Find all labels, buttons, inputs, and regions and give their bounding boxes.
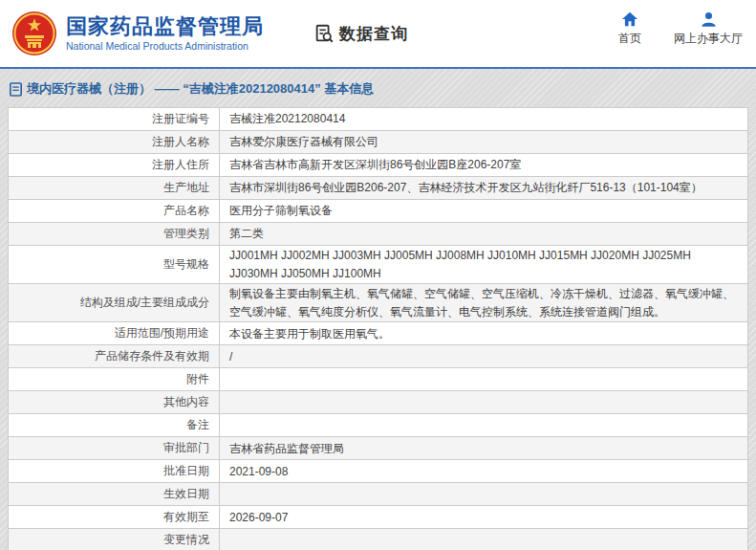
content-area: 境内医疗器械（注册） —— “吉械注准20212080414” 基本信息 注册证…: [0, 69, 756, 550]
table-row: 注册人名称吉林爱尔康医疗器械有限公司: [9, 131, 748, 154]
row-value: 医用分子筛制氧设备: [220, 200, 748, 223]
data-query-nav[interactable]: 数据查询: [313, 23, 408, 45]
row-label: 变更情况: [9, 529, 220, 550]
table-row: 附件: [9, 368, 748, 391]
table-row: 产品名称医用分子筛制氧设备: [9, 200, 748, 223]
row-value: [220, 483, 748, 506]
national-emblem-logo: [11, 11, 57, 56]
row-value: 制氧设备主要由制氧主机、氧气储罐、空气储罐、空气压缩机、冷冻干燥机、过滤器、氧气…: [220, 284, 748, 322]
row-label: 管理类别: [9, 223, 220, 246]
registration-info-table: 注册证编号吉械注准20212080414注册人名称吉林爱尔康医疗器械有限公司注册…: [8, 107, 748, 550]
table-row: 审批部门吉林省药品监督管理局: [9, 437, 748, 460]
document-search-icon: [313, 23, 335, 44]
row-label: 审批部门: [9, 437, 220, 460]
row-label: 有效期至: [9, 506, 220, 529]
row-value: [220, 391, 748, 414]
person-icon: [701, 11, 717, 27]
row-label: 批准日期: [9, 460, 220, 483]
home-icon: [621, 11, 638, 27]
row-value: 吉林市深圳街86号创业园B206-207、吉林经济技术开发区九站街化纤厂516-…: [220, 177, 748, 200]
row-label: 适用范围/预期用途: [9, 322, 220, 345]
row-value: 2021-09-08: [220, 460, 748, 483]
row-label: 产品名称: [9, 200, 220, 223]
row-label: 注册人住所: [9, 154, 220, 177]
row-value: 吉林爱尔康医疗器械有限公司: [220, 131, 748, 154]
row-label: 型号规格: [9, 246, 220, 284]
row-value: 吉林省药品监督管理局: [220, 437, 748, 460]
row-value: 2026-09-07: [220, 506, 748, 529]
brand-text: 国家药品监督管理局 National Medical Products Admi…: [66, 14, 264, 53]
row-value: [220, 368, 748, 391]
data-query-label: 数据查询: [339, 23, 408, 45]
row-value: [220, 414, 748, 437]
row-label: 其他内容: [9, 391, 220, 414]
nav-home[interactable]: 首页: [618, 11, 641, 47]
row-value: 吉械注准20212080414: [220, 108, 748, 131]
nav-service-hall[interactable]: 网上办事大厅: [674, 11, 743, 47]
row-label: 产品储存条件及有效期: [9, 345, 220, 368]
site-header: 国家药品监督管理局 National Medical Products Admi…: [0, 0, 756, 69]
table-row: 管理类别第二类: [9, 223, 748, 246]
row-value: JJ001MH JJ002MH JJ003MH JJ005MH JJ008MH …: [220, 246, 748, 284]
org-name-zh: 国家药品监督管理局: [66, 14, 264, 39]
nav-service-hall-label: 网上办事大厅: [674, 31, 743, 47]
row-label: 注册人名称: [9, 131, 220, 154]
row-value: 本设备主要用于制取医用氧气。: [220, 322, 748, 345]
row-label: 结构及组成/主要组成成分: [9, 284, 220, 322]
row-label: 生效日期: [9, 483, 220, 506]
document-icon: [10, 82, 22, 97]
table-row: 注册证编号吉械注准20212080414: [9, 108, 748, 131]
info-table-body: 注册证编号吉械注准20212080414注册人名称吉林爱尔康医疗器械有限公司注册…: [9, 108, 748, 550]
table-row: 适用范围/预期用途本设备主要用于制取医用氧气。: [9, 322, 748, 345]
breadcrumb-text: 境内医疗器械（注册） —— “吉械注准20212080414” 基本信息: [27, 80, 374, 98]
row-label: 附件: [9, 368, 220, 391]
table-row: 型号规格JJ001MH JJ002MH JJ003MH JJ005MH JJ00…: [9, 246, 748, 284]
table-row: 注册人住所吉林省吉林市高新开发区深圳街86号创业园B座206-207室: [9, 154, 748, 177]
top-nav: 首页 网上办事大厅: [618, 11, 743, 47]
row-label: 备注: [9, 414, 220, 437]
org-name-en: National Medical Products Administration: [66, 39, 264, 53]
row-value: 第二类: [220, 223, 748, 246]
row-label: 注册证编号: [9, 108, 220, 131]
breadcrumb: 境内医疗器械（注册） —— “吉械注准20212080414” 基本信息: [0, 69, 756, 107]
table-row: 其他内容: [9, 391, 748, 414]
table-row: 变更情况: [9, 529, 748, 550]
table-row: 产品储存条件及有效期/: [9, 345, 748, 368]
row-label: 生产地址: [9, 177, 220, 200]
brand: 国家药品监督管理局 National Medical Products Admi…: [11, 11, 264, 56]
row-value: /: [220, 345, 748, 368]
table-row: 批准日期2021-09-08: [9, 460, 748, 483]
row-value: 吉林省吉林市高新开发区深圳街86号创业园B座206-207室: [220, 154, 748, 177]
table-row: 备注: [9, 414, 748, 437]
table-row: 有效期至2026-09-07: [9, 506, 748, 529]
table-row: 生产地址吉林市深圳街86号创业园B206-207、吉林经济技术开发区九站街化纤厂…: [9, 177, 748, 200]
row-value: [220, 529, 748, 550]
table-row: 结构及组成/主要组成成分制氧设备主要由制氧主机、氧气储罐、空气储罐、空气压缩机、…: [9, 284, 748, 322]
table-row: 生效日期: [9, 483, 748, 506]
nav-home-label: 首页: [618, 31, 641, 47]
